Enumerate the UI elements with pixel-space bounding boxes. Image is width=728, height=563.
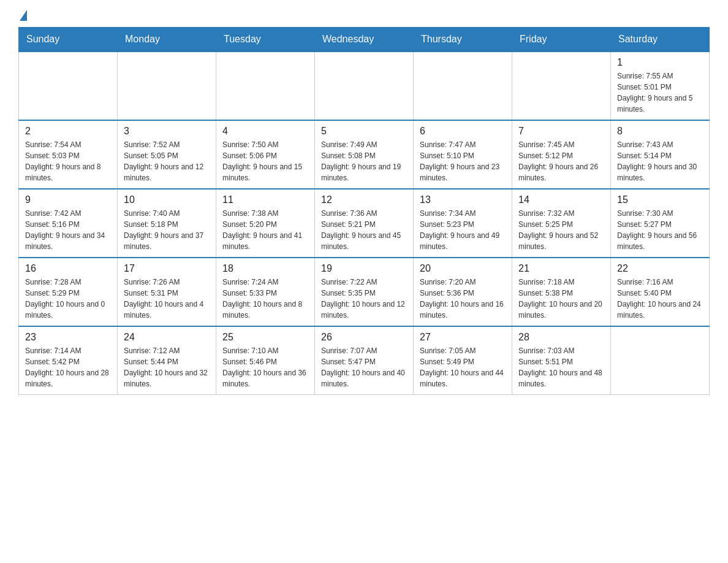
day-number: 23 — [25, 332, 111, 343]
day-info: Sunrise: 7:54 AMSunset: 5:03 PMDaylight:… — [25, 139, 111, 183]
calendar-cell: 19Sunrise: 7:22 AMSunset: 5:35 PMDayligh… — [315, 258, 414, 326]
logo-triangle-icon — [20, 10, 27, 21]
day-number: 5 — [321, 126, 407, 137]
col-monday: Monday — [118, 28, 216, 52]
calendar-cell: 26Sunrise: 7:07 AMSunset: 5:47 PMDayligh… — [315, 326, 414, 395]
day-info: Sunrise: 7:14 AMSunset: 5:42 PMDaylight:… — [25, 345, 111, 389]
day-number: 21 — [518, 263, 604, 274]
day-info: Sunrise: 7:42 AMSunset: 5:16 PMDaylight:… — [25, 208, 111, 252]
calendar-cell — [216, 52, 315, 120]
day-info: Sunrise: 7:10 AMSunset: 5:46 PMDaylight:… — [222, 345, 308, 389]
day-number: 28 — [518, 332, 604, 343]
calendar-header-row: Sunday Monday Tuesday Wednesday Thursday… — [19, 28, 710, 52]
day-info: Sunrise: 7:49 AMSunset: 5:08 PMDaylight:… — [321, 139, 407, 183]
day-number: 18 — [222, 263, 308, 274]
col-thursday: Thursday — [414, 28, 512, 52]
day-info: Sunrise: 7:28 AMSunset: 5:29 PMDaylight:… — [25, 277, 111, 321]
calendar-week-row: 1Sunrise: 7:55 AMSunset: 5:01 PMDaylight… — [19, 52, 710, 120]
day-info: Sunrise: 7:43 AMSunset: 5:14 PMDaylight:… — [617, 139, 703, 183]
day-number: 12 — [321, 194, 407, 205]
day-number: 20 — [420, 263, 506, 274]
calendar-cell: 4Sunrise: 7:50 AMSunset: 5:06 PMDaylight… — [216, 120, 315, 189]
day-number: 22 — [617, 263, 703, 274]
calendar-cell: 28Sunrise: 7:03 AMSunset: 5:51 PMDayligh… — [512, 326, 611, 395]
day-info: Sunrise: 7:22 AMSunset: 5:35 PMDaylight:… — [321, 277, 407, 321]
day-number: 9 — [25, 194, 111, 205]
day-info: Sunrise: 7:34 AMSunset: 5:23 PMDaylight:… — [420, 208, 506, 252]
col-sunday: Sunday — [19, 28, 118, 52]
day-info: Sunrise: 7:55 AMSunset: 5:01 PMDaylight:… — [617, 71, 703, 115]
day-info: Sunrise: 7:18 AMSunset: 5:38 PMDaylight:… — [518, 277, 604, 321]
calendar-cell: 7Sunrise: 7:45 AMSunset: 5:12 PMDaylight… — [512, 120, 611, 189]
day-info: Sunrise: 7:32 AMSunset: 5:25 PMDaylight:… — [518, 208, 604, 252]
calendar-cell — [414, 52, 512, 120]
col-wednesday: Wednesday — [315, 28, 414, 52]
calendar-week-row: 16Sunrise: 7:28 AMSunset: 5:29 PMDayligh… — [19, 258, 710, 326]
day-number: 10 — [124, 194, 210, 205]
day-number: 13 — [420, 194, 506, 205]
day-info: Sunrise: 7:47 AMSunset: 5:10 PMDaylight:… — [420, 139, 506, 183]
logo — [18, 12, 27, 21]
calendar-week-row: 2Sunrise: 7:54 AMSunset: 5:03 PMDaylight… — [19, 120, 710, 189]
calendar-cell: 17Sunrise: 7:26 AMSunset: 5:31 PMDayligh… — [118, 258, 216, 326]
day-number: 16 — [25, 263, 111, 274]
calendar-cell: 21Sunrise: 7:18 AMSunset: 5:38 PMDayligh… — [512, 258, 611, 326]
day-number: 17 — [124, 263, 210, 274]
calendar-cell: 9Sunrise: 7:42 AMSunset: 5:16 PMDaylight… — [19, 189, 118, 258]
day-number: 26 — [321, 332, 407, 343]
calendar-cell: 18Sunrise: 7:24 AMSunset: 5:33 PMDayligh… — [216, 258, 315, 326]
calendar-cell: 2Sunrise: 7:54 AMSunset: 5:03 PMDaylight… — [19, 120, 118, 189]
calendar-cell: 1Sunrise: 7:55 AMSunset: 5:01 PMDaylight… — [611, 52, 710, 120]
day-number: 3 — [124, 126, 210, 137]
day-number: 1 — [617, 57, 703, 68]
day-number: 19 — [321, 263, 407, 274]
calendar-cell — [512, 52, 611, 120]
day-number: 8 — [617, 126, 703, 137]
calendar-week-row: 23Sunrise: 7:14 AMSunset: 5:42 PMDayligh… — [19, 326, 710, 395]
day-info: Sunrise: 7:20 AMSunset: 5:36 PMDaylight:… — [420, 277, 506, 321]
day-info: Sunrise: 7:30 AMSunset: 5:27 PMDaylight:… — [617, 208, 703, 252]
calendar-table: Sunday Monday Tuesday Wednesday Thursday… — [18, 27, 710, 395]
day-info: Sunrise: 7:40 AMSunset: 5:18 PMDaylight:… — [124, 208, 210, 252]
day-number: 25 — [222, 332, 308, 343]
day-info: Sunrise: 7:07 AMSunset: 5:47 PMDaylight:… — [321, 345, 407, 389]
calendar-week-row: 9Sunrise: 7:42 AMSunset: 5:16 PMDaylight… — [19, 189, 710, 258]
page-header — [18, 12, 710, 21]
day-number: 4 — [222, 126, 308, 137]
calendar-cell — [118, 52, 216, 120]
calendar-cell: 12Sunrise: 7:36 AMSunset: 5:21 PMDayligh… — [315, 189, 414, 258]
calendar-cell: 14Sunrise: 7:32 AMSunset: 5:25 PMDayligh… — [512, 189, 611, 258]
calendar-cell — [611, 326, 710, 395]
calendar-cell: 13Sunrise: 7:34 AMSunset: 5:23 PMDayligh… — [414, 189, 512, 258]
calendar-cell: 24Sunrise: 7:12 AMSunset: 5:44 PMDayligh… — [118, 326, 216, 395]
col-saturday: Saturday — [611, 28, 710, 52]
day-info: Sunrise: 7:12 AMSunset: 5:44 PMDaylight:… — [124, 345, 210, 389]
calendar-cell: 11Sunrise: 7:38 AMSunset: 5:20 PMDayligh… — [216, 189, 315, 258]
day-info: Sunrise: 7:03 AMSunset: 5:51 PMDaylight:… — [518, 345, 604, 389]
day-number: 7 — [518, 126, 604, 137]
col-friday: Friday — [512, 28, 611, 52]
day-number: 24 — [124, 332, 210, 343]
calendar-cell — [315, 52, 414, 120]
day-info: Sunrise: 7:36 AMSunset: 5:21 PMDaylight:… — [321, 208, 407, 252]
calendar-cell: 25Sunrise: 7:10 AMSunset: 5:46 PMDayligh… — [216, 326, 315, 395]
calendar-cell: 22Sunrise: 7:16 AMSunset: 5:40 PMDayligh… — [611, 258, 710, 326]
day-info: Sunrise: 7:50 AMSunset: 5:06 PMDaylight:… — [222, 139, 308, 183]
calendar-cell: 27Sunrise: 7:05 AMSunset: 5:49 PMDayligh… — [414, 326, 512, 395]
day-info: Sunrise: 7:38 AMSunset: 5:20 PMDaylight:… — [222, 208, 308, 252]
calendar-cell: 23Sunrise: 7:14 AMSunset: 5:42 PMDayligh… — [19, 326, 118, 395]
calendar-cell: 20Sunrise: 7:20 AMSunset: 5:36 PMDayligh… — [414, 258, 512, 326]
day-info: Sunrise: 7:52 AMSunset: 5:05 PMDaylight:… — [124, 139, 210, 183]
calendar-cell: 10Sunrise: 7:40 AMSunset: 5:18 PMDayligh… — [118, 189, 216, 258]
day-number: 27 — [420, 332, 506, 343]
calendar-cell: 8Sunrise: 7:43 AMSunset: 5:14 PMDaylight… — [611, 120, 710, 189]
calendar-cell: 3Sunrise: 7:52 AMSunset: 5:05 PMDaylight… — [118, 120, 216, 189]
day-info: Sunrise: 7:05 AMSunset: 5:49 PMDaylight:… — [420, 345, 506, 389]
day-info: Sunrise: 7:45 AMSunset: 5:12 PMDaylight:… — [518, 139, 604, 183]
day-number: 6 — [420, 126, 506, 137]
calendar-cell: 16Sunrise: 7:28 AMSunset: 5:29 PMDayligh… — [19, 258, 118, 326]
day-number: 14 — [518, 194, 604, 205]
calendar-cell: 6Sunrise: 7:47 AMSunset: 5:10 PMDaylight… — [414, 120, 512, 189]
calendar-cell: 5Sunrise: 7:49 AMSunset: 5:08 PMDaylight… — [315, 120, 414, 189]
calendar-cell — [19, 52, 118, 120]
